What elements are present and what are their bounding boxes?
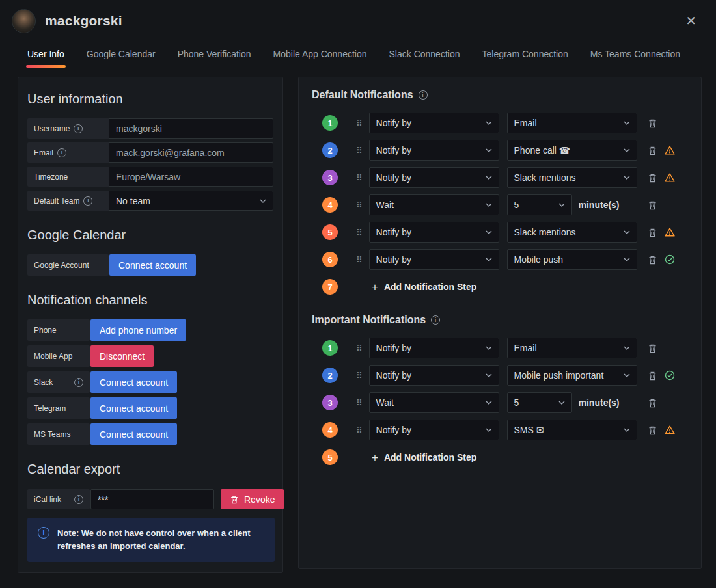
add-notification-step-button[interactable]: + Add Notification Step — [372, 452, 476, 463]
step-type-select[interactable]: Notify by — [369, 113, 499, 133]
drag-handle-icon[interactable]: ⠿ — [356, 173, 363, 183]
step-type-select[interactable]: Notify by — [369, 222, 499, 243]
delete-step-button[interactable] — [648, 255, 657, 265]
step-type-select[interactable]: Wait — [369, 194, 499, 215]
slack-channel-row: Slack Connect account — [27, 371, 273, 393]
drag-handle-icon[interactable]: ⠿ — [356, 118, 363, 128]
tab-ms-teams-connection[interactable]: Ms Teams Connection — [589, 40, 682, 68]
timezone-field[interactable]: Europe/Warsaw — [109, 167, 273, 187]
email-row: Email mack.gorski@grafana.com — [27, 142, 273, 163]
chevron-down-icon — [486, 121, 492, 125]
drag-handle-icon[interactable]: ⠿ — [356, 371, 363, 381]
chevron-down-icon — [486, 401, 492, 405]
default-notifications-heading: Default Notifications — [312, 89, 688, 101]
delete-step-button[interactable] — [648, 228, 657, 237]
step-value-select[interactable]: SMS ✉ — [507, 420, 637, 440]
warning-icon — [665, 173, 675, 182]
trash-icon — [648, 118, 657, 128]
chevron-down-icon — [486, 428, 492, 432]
default-team-select[interactable]: No team — [109, 191, 273, 211]
add-step-row: 5 + Add Notification Step — [322, 447, 688, 468]
warning-icon — [665, 425, 675, 434]
ms-teams-label: MS Teams — [27, 423, 90, 445]
step-type-select[interactable]: Notify by — [369, 140, 499, 161]
mobile-app-channel-row: Mobile App Disconnect — [27, 345, 273, 367]
tab-telegram-connection[interactable]: Telegram Connection — [480, 40, 569, 68]
trash-icon — [648, 425, 657, 435]
close-icon[interactable]: ✕ — [683, 12, 699, 30]
info-circle-icon — [38, 527, 49, 539]
email-field[interactable]: mack.gorski@grafana.com — [109, 142, 273, 163]
delete-step-button[interactable] — [648, 118, 657, 128]
revoke-ical-button[interactable]: Revoke — [221, 489, 284, 509]
telegram-label: Telegram — [27, 397, 90, 419]
connect-ms-teams-button[interactable]: Connect account — [90, 423, 177, 445]
tab-mobile-app-connection[interactable]: Mobile App Connection — [272, 40, 368, 68]
timezone-label: Timezone — [27, 167, 109, 187]
notification-step-row: 1 ⠿ Notify by Email — [322, 338, 688, 358]
step-value-select[interactable]: Mobile push important — [507, 365, 637, 386]
step-type-select[interactable]: Notify by — [369, 249, 499, 270]
step-value-select[interactable]: Email — [507, 338, 637, 358]
delete-step-button[interactable] — [648, 343, 657, 353]
step-value-select[interactable]: Email — [507, 113, 637, 133]
step-number-badge: 5 — [322, 224, 338, 240]
drag-handle-icon[interactable]: ⠿ — [356, 425, 363, 435]
step-number-badge: 2 — [322, 368, 338, 383]
ical-link-input[interactable] — [90, 489, 214, 509]
notification-step-row: 3 ⠿ Wait 5 minute(s) — [322, 392, 688, 413]
delete-step-button[interactable] — [648, 398, 657, 408]
disconnect-mobile-app-button[interactable]: Disconnect — [90, 345, 154, 367]
important-notifications-heading: Important Notifications — [312, 314, 688, 326]
drag-handle-icon[interactable]: ⠿ — [356, 343, 363, 353]
delete-step-button[interactable] — [648, 371, 657, 381]
step-value-select[interactable]: Slack mentions — [507, 167, 637, 188]
tab-phone-verification[interactable]: Phone Verification — [176, 40, 253, 68]
drag-handle-icon[interactable]: ⠿ — [356, 200, 363, 210]
tab-google-calendar[interactable]: Google Calendar — [85, 40, 157, 68]
step-value-select[interactable]: Mobile push — [507, 249, 637, 270]
notification-step-row: 4 ⠿ Wait 5 minute(s) — [322, 194, 688, 215]
user-information-heading: User information — [27, 92, 273, 107]
add-notification-step-button[interactable]: + Add Notification Step — [372, 282, 476, 293]
delete-step-button[interactable] — [648, 425, 657, 435]
info-icon — [74, 378, 83, 387]
notification-step-row: 1 ⠿ Notify by Email — [322, 113, 688, 133]
delete-step-button[interactable] — [648, 173, 657, 183]
email-label: Email — [27, 142, 109, 163]
connect-slack-button[interactable]: Connect account — [90, 371, 177, 393]
drag-handle-icon[interactable]: ⠿ — [356, 398, 363, 408]
chevron-down-icon — [486, 346, 492, 350]
delete-step-button[interactable] — [648, 146, 657, 155]
drag-handle-icon[interactable]: ⠿ — [356, 228, 363, 237]
connect-google-account-button[interactable]: Connect account — [109, 254, 196, 276]
step-type-select[interactable]: Notify by — [369, 167, 499, 188]
chevron-down-icon — [558, 203, 565, 207]
step-type-select[interactable]: Wait — [369, 392, 499, 413]
step-value-select[interactable]: Phone call ☎ — [507, 140, 637, 161]
step-type-select[interactable]: Notify by — [369, 365, 499, 386]
drag-handle-icon[interactable]: ⠿ — [356, 146, 363, 155]
drag-handle-icon[interactable]: ⠿ — [356, 255, 363, 265]
step-number-badge: 4 — [322, 422, 338, 438]
chevron-down-icon — [624, 373, 630, 377]
delete-step-button[interactable] — [648, 200, 657, 210]
wait-duration-select[interactable]: 5 — [507, 392, 572, 413]
tab-user-info[interactable]: User Info — [26, 40, 66, 68]
google-account-label: Google Account — [27, 254, 109, 276]
chevron-down-icon — [486, 176, 492, 180]
chevron-down-icon — [624, 148, 630, 152]
step-number-badge: 1 — [322, 340, 338, 356]
tab-slack-connection[interactable]: Slack Connection — [388, 40, 461, 68]
add-phone-number-button[interactable]: Add phone number — [90, 319, 186, 341]
step-number-badge: 1 — [322, 115, 338, 131]
wait-duration-select[interactable]: 5 — [507, 194, 572, 215]
trash-icon — [648, 371, 657, 381]
step-type-select[interactable]: Notify by — [369, 420, 499, 440]
page-title: mackgorski — [45, 13, 122, 29]
step-value-select[interactable]: Slack mentions — [507, 222, 637, 243]
telegram-channel-row: Telegram Connect account — [27, 397, 273, 419]
connect-telegram-button[interactable]: Connect account — [90, 397, 177, 419]
step-type-select[interactable]: Notify by — [369, 338, 499, 358]
username-field[interactable]: mackgorski — [109, 118, 273, 139]
